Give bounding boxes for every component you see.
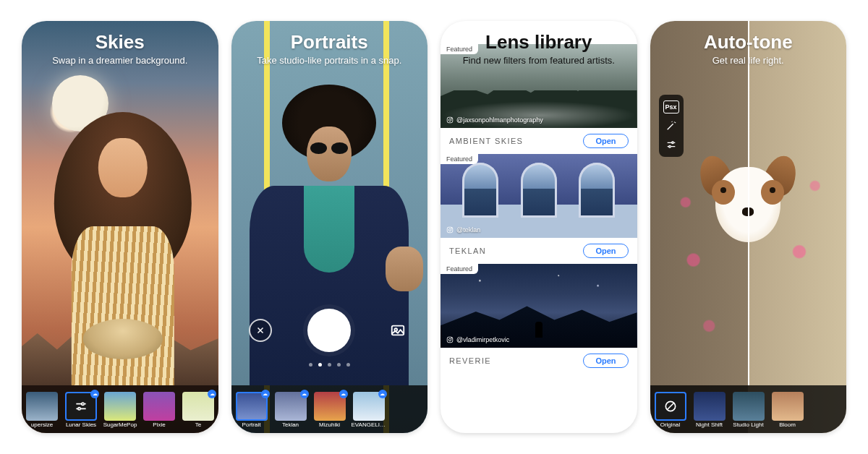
filter-label: EVANGELION.	[352, 422, 386, 429]
svg-point-11	[448, 338, 451, 340]
filter-thumb-night-shift[interactable]: Night Shift	[692, 392, 727, 429]
pack-row: TEKLAN Open	[441, 238, 637, 264]
pack-credit: @vladimirpetkovic	[446, 336, 509, 343]
filter-thumb-studio-light[interactable]: Studio Light	[731, 392, 766, 429]
pack-list[interactable]: Featured @jaxsonpohlmanphotography AMBIE…	[441, 21, 637, 433]
page-dots	[231, 363, 428, 367]
screen-header: Skies Swap in a dreamier background.	[22, 31, 218, 66]
filter-thumb-evangelion[interactable]: EVANGELION.	[352, 392, 386, 429]
screen-subtitle: Swap in a dreamier background.	[22, 55, 218, 66]
svg-point-1	[78, 407, 80, 409]
screen-header: Portraits Take studio-like portraits in …	[231, 31, 428, 66]
filter-label: Te	[181, 422, 216, 429]
cloud-badge-icon	[208, 390, 216, 398]
magic-wand-button[interactable]	[662, 116, 681, 135]
pack-image: Featured @vladimirpetkovic	[441, 264, 637, 348]
screen-portraits: Portraits Take studio-like portraits in …	[231, 21, 428, 433]
filter-thumb-lunar-skies[interactable]: Lunar Skies	[64, 392, 98, 429]
svg-point-0	[82, 403, 84, 405]
filter-thumb-original[interactable]: Original	[653, 392, 688, 429]
featured-badge: Featured	[441, 154, 478, 164]
pack-name: TEKLAN	[449, 247, 486, 255]
filter-thumb-pixie[interactable]: Pixie	[142, 392, 176, 429]
screen-header: Auto-tone Get real life right.	[650, 31, 847, 66]
instagram-icon	[446, 116, 454, 124]
model-graphic	[54, 96, 192, 385]
lens-pack-card[interactable]: Featured @teklan TEKLAN Open	[441, 154, 637, 264]
filter-thumb-supersize[interactable]: upersize	[25, 392, 59, 429]
lens-pack-card[interactable]: Featured @vladimirpetkovic REVERIE Open	[441, 264, 637, 374]
image-icon	[390, 322, 406, 338]
filter-label: Studio Light	[731, 422, 766, 429]
svg-point-13	[671, 142, 673, 144]
sunglasses-icon	[310, 142, 348, 154]
filter-strip[interactable]: Original Night Shift Studio Light Bloom	[650, 385, 847, 433]
pack-name: REVERIE	[449, 356, 491, 365]
open-button[interactable]: Open	[583, 244, 628, 258]
svg-point-12	[451, 338, 452, 338]
close-icon	[255, 325, 265, 335]
shutter-button[interactable]	[307, 309, 351, 352]
screen-title: Portraits	[231, 31, 428, 53]
svg-point-14	[668, 145, 671, 147]
tool-sidebar: Psx	[659, 95, 684, 157]
no-filter-icon	[663, 399, 678, 414]
screen-subtitle: Take studio-like portraits in a snap.	[231, 55, 428, 66]
featured-badge: Featured	[441, 264, 478, 274]
filter-thumb-bloom[interactable]: Bloom	[770, 392, 805, 429]
svg-point-5	[448, 119, 451, 121]
filter-label: Bloom	[770, 422, 805, 429]
screen-auto-tone: Auto-tone Get real life right. Psx Origi…	[650, 21, 847, 433]
svg-point-6	[451, 118, 452, 119]
filter-label: SugarMePop	[103, 422, 137, 429]
adjustments-button[interactable]	[662, 135, 681, 154]
filter-strip[interactable]: Portrait Teklan Mizuhiki EVANGELION.	[231, 385, 428, 433]
screen-title: Lens library	[441, 31, 637, 53]
pack-row: REVERIE Open	[441, 348, 637, 374]
filter-thumb-teklan[interactable]: Teklan	[273, 392, 308, 429]
screen-header: Lens library Find new filters from featu…	[441, 31, 637, 66]
svg-point-9	[451, 228, 452, 228]
filter-label: Mizuhiki	[312, 422, 347, 429]
compare-slider[interactable]	[748, 21, 749, 385]
sliders-icon	[74, 399, 88, 414]
filter-thumb-portrait[interactable]: Portrait	[234, 392, 269, 429]
screen-title: Skies	[22, 31, 218, 53]
screen-subtitle: Find new filters from featured artists.	[441, 55, 637, 66]
filter-label: Teklan	[273, 422, 308, 429]
screen-title: Auto-tone	[650, 31, 847, 53]
cloud-badge-icon	[378, 390, 387, 398]
filter-label: Pixie	[142, 422, 176, 429]
camera-controls	[231, 309, 428, 352]
close-button[interactable]	[249, 319, 272, 342]
screen-lens-library: Lens library Find new filters from featu…	[441, 21, 637, 433]
instagram-icon	[446, 226, 454, 234]
filter-strip[interactable]: upersize Lunar Skies SugarMePop Pixie Te	[22, 385, 218, 433]
open-button[interactable]: Open	[583, 354, 628, 368]
magic-wand-icon	[665, 120, 677, 132]
filter-thumb-sugarmepop[interactable]: SugarMePop	[103, 392, 137, 429]
screen-skies: Skies Swap in a dreamier background. upe…	[22, 21, 218, 433]
pack-row: AMBIENT SKIES Open	[441, 128, 637, 154]
filter-label: Portrait	[234, 422, 269, 429]
filter-label: Original	[653, 422, 688, 429]
filter-thumb-partial[interactable]: Te	[181, 392, 216, 429]
cloud-badge-icon	[339, 390, 348, 398]
pack-image: Featured @teklan	[441, 154, 637, 238]
filter-label: upersize	[25, 422, 59, 429]
open-button[interactable]: Open	[583, 134, 628, 148]
filter-thumb-mizuhiki[interactable]: Mizuhiki	[312, 392, 347, 429]
pack-credit: @jaxsonpohlmanphotography	[446, 116, 543, 124]
gallery-button[interactable]	[386, 319, 409, 342]
cloud-badge-icon	[261, 390, 270, 398]
screen-subtitle: Get real life right.	[650, 55, 847, 66]
credit-text: @teklan	[456, 226, 480, 234]
psx-tool-button[interactable]: Psx	[663, 100, 679, 113]
credit-text: @vladimirpetkovic	[456, 336, 509, 343]
pack-name: AMBIENT SKIES	[449, 137, 523, 145]
credit-text: @jaxsonpohlmanphotography	[456, 116, 543, 124]
cloud-badge-icon	[300, 390, 309, 398]
sliders-icon	[665, 139, 677, 150]
cloud-badge-icon	[90, 390, 99, 398]
pack-credit: @teklan	[446, 226, 480, 234]
